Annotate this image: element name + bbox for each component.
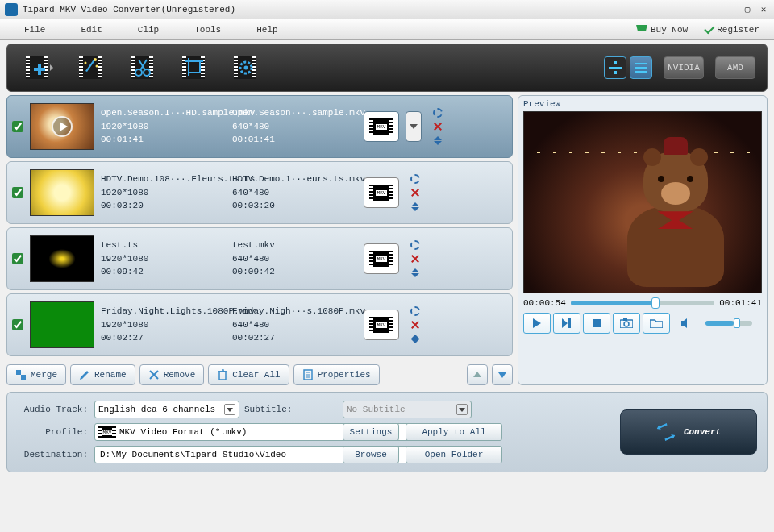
- register-label: Register: [717, 25, 759, 35]
- svg-rect-6: [98, 56, 102, 79]
- menu-help[interactable]: Help: [239, 22, 295, 38]
- file-thumbnail[interactable]: [30, 169, 94, 216]
- stop-button[interactable]: [583, 313, 610, 334]
- file-item[interactable]: test.ts1920*108000:09:42test.mkv640*4800…: [6, 227, 513, 290]
- file-item[interactable]: HDTV.Demo.108···.Fleurs.ts.ts1920*108000…: [6, 161, 513, 224]
- item-settings-button[interactable]: [409, 239, 422, 251]
- preview-seek-slider[interactable]: [571, 301, 714, 305]
- file-item[interactable]: Open.Season.I···HD.sample.mkv1920*108000…: [6, 95, 513, 158]
- maximize-button[interactable]: ▢: [742, 4, 753, 15]
- crop-button[interactable]: [173, 51, 214, 85]
- x-icon: [434, 123, 442, 131]
- source-info: test.ts1920*108000:09:42: [101, 239, 226, 279]
- profile-label: Profile:: [17, 427, 88, 437]
- output-info: Open.Season···.sample.mkv640*48000:01:41: [232, 106, 357, 147]
- source-info: Open.Season.I···HD.sample.mkv1920*108000…: [101, 106, 226, 147]
- audio-track-select[interactable]: English dca 6 channels (0: [94, 401, 239, 418]
- effect-button[interactable]: [70, 51, 110, 85]
- svg-rect-17: [201, 56, 205, 79]
- register-button[interactable]: Register: [696, 25, 768, 35]
- menu-file[interactable]: File: [6, 22, 63, 38]
- cart-icon: [636, 25, 647, 35]
- file-thumbnail[interactable]: [30, 103, 94, 150]
- add-file-button[interactable]: [19, 51, 59, 85]
- mute-button[interactable]: [672, 313, 700, 334]
- gear-icon: [433, 108, 443, 118]
- svg-point-9: [96, 65, 98, 68]
- menu-tools[interactable]: Tools: [177, 22, 239, 38]
- item-remove-button[interactable]: [431, 121, 444, 132]
- file-list: Open.Season.I···HD.sample.mkv1920*108000…: [6, 95, 513, 385]
- format-button[interactable]: MKV: [364, 243, 399, 274]
- file-item[interactable]: Friday.Night.Lights.1080P.wmv1920*108000…: [6, 293, 513, 356]
- item-reorder-button[interactable]: [409, 201, 422, 212]
- file-checkbox[interactable]: [12, 121, 23, 132]
- format-button[interactable]: MKV: [364, 310, 399, 340]
- snapshot-button[interactable]: [613, 313, 640, 334]
- updown-icon: [411, 335, 419, 343]
- item-reorder-button[interactable]: [431, 135, 444, 146]
- x-icon: [411, 321, 419, 329]
- file-thumbnail[interactable]: [30, 235, 94, 282]
- convert-button[interactable]: Convert: [620, 409, 757, 455]
- item-settings-button[interactable]: [409, 305, 422, 317]
- move-up-button[interactable]: [467, 364, 488, 385]
- svg-rect-20: [234, 56, 238, 79]
- svg-point-8: [85, 62, 87, 64]
- menu-clip[interactable]: Clip: [120, 22, 177, 38]
- menu-edit[interactable]: Edit: [63, 22, 119, 38]
- file-checkbox[interactable]: [12, 319, 23, 330]
- apply-all-button[interactable]: Apply to All: [406, 423, 502, 441]
- item-remove-button[interactable]: [409, 253, 422, 264]
- item-remove-button[interactable]: [409, 187, 422, 198]
- volume-slider[interactable]: [705, 321, 752, 326]
- destination-label: Destination:: [17, 450, 88, 459]
- svg-point-30: [624, 322, 629, 326]
- minimize-button[interactable]: —: [726, 4, 737, 15]
- open-folder-button[interactable]: Open Folder: [406, 446, 502, 463]
- preferences-button[interactable]: [225, 51, 265, 85]
- item-remove-button[interactable]: [409, 319, 422, 330]
- file-checkbox[interactable]: [12, 187, 23, 198]
- updown-icon: [434, 136, 442, 145]
- preview-screen[interactable]: [523, 111, 762, 293]
- item-settings-button[interactable]: [431, 107, 444, 118]
- convert-icon: [656, 422, 676, 442]
- move-down-button[interactable]: [492, 364, 513, 385]
- nvidia-badge: NVIDIA: [664, 56, 704, 79]
- snapshot-folder-button[interactable]: [643, 313, 670, 334]
- file-thumbnail[interactable]: [30, 301, 94, 348]
- settings-button[interactable]: Settings: [343, 423, 399, 441]
- close-button[interactable]: ✕: [758, 4, 769, 15]
- format-dropdown[interactable]: [406, 111, 422, 142]
- remove-button[interactable]: Remove: [139, 364, 205, 385]
- item-reorder-button[interactable]: [409, 333, 422, 344]
- item-reorder-button[interactable]: [409, 267, 422, 278]
- svg-rect-16: [182, 56, 186, 79]
- output-info: HDTV.Demo.1···eurs.ts.mkv640*48000:03:20: [232, 172, 357, 213]
- trim-button[interactable]: [122, 51, 162, 85]
- list-actions: MergeRenameRemoveClear AllProperties: [6, 364, 513, 385]
- subtitle-select[interactable]: No Subtitle: [343, 401, 472, 418]
- properties-button[interactable]: Properties: [293, 364, 380, 385]
- rename-button[interactable]: Rename: [70, 364, 135, 385]
- list-view-button[interactable]: [604, 56, 626, 79]
- file-checkbox[interactable]: [12, 253, 23, 264]
- gear-icon: [410, 240, 420, 250]
- preview-total-time: 00:01:41: [719, 298, 762, 308]
- preview-title: Preview: [523, 99, 762, 109]
- buy-now-button[interactable]: Buy Now: [628, 25, 696, 35]
- browse-button[interactable]: Browse: [343, 446, 399, 463]
- svg-rect-1: [26, 56, 30, 79]
- svg-point-23: [244, 66, 248, 70]
- play-button[interactable]: [523, 313, 551, 334]
- clear-all-button[interactable]: Clear All: [208, 364, 289, 385]
- format-button[interactable]: MKV: [364, 177, 399, 208]
- step-button[interactable]: [553, 313, 580, 334]
- play-overlay-icon: [52, 116, 73, 137]
- merge-button[interactable]: Merge: [6, 364, 66, 385]
- detail-view-button[interactable]: [630, 56, 652, 79]
- format-button[interactable]: MKV: [364, 111, 399, 142]
- convert-label: Convert: [684, 427, 721, 437]
- item-settings-button[interactable]: [409, 173, 422, 185]
